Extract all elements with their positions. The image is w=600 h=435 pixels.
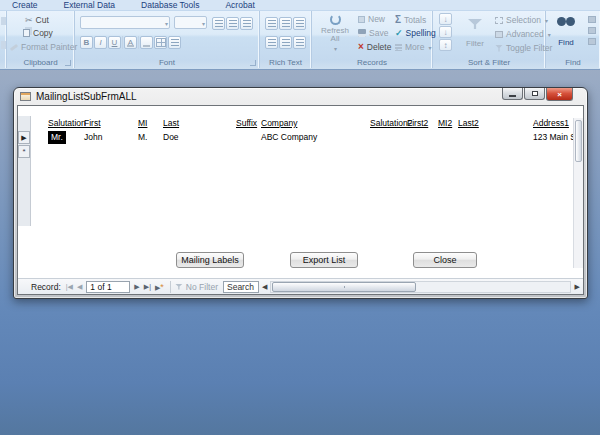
delete-button[interactable]: × Delete ▾ bbox=[358, 42, 398, 52]
search-input[interactable]: Search bbox=[223, 281, 259, 293]
cut-button[interactable]: ✂ Cut bbox=[25, 15, 49, 25]
column-header[interactable]: First bbox=[84, 118, 101, 128]
copy-button[interactable]: Copy bbox=[23, 28, 53, 38]
chevron-down-icon: ▾ bbox=[165, 20, 168, 27]
totals-button[interactable]: Σ Totals bbox=[395, 14, 426, 25]
chevron-down-icon: ▾ bbox=[334, 45, 337, 52]
next-record-button[interactable]: ▶ bbox=[132, 283, 141, 291]
gridlines-button[interactable] bbox=[154, 36, 167, 49]
grid-cell[interactable]: Mr. bbox=[48, 131, 66, 144]
new-record-button[interactable]: New bbox=[358, 14, 385, 24]
previous-record-button[interactable]: ◀ bbox=[75, 283, 84, 291]
grid-row: Mr.JohnM.DoeABC Company123 Main Street bbox=[48, 131, 583, 144]
clear-sort-button[interactable]: ↕ bbox=[439, 39, 452, 51]
grid-cell[interactable]: John bbox=[84, 131, 102, 144]
no-filter-button[interactable]: No Filter bbox=[175, 282, 218, 292]
more-button[interactable]: More ▾ bbox=[395, 42, 431, 52]
last-record-button[interactable]: ▶| bbox=[142, 283, 153, 291]
ribbon-group-rich-text: Rich Text bbox=[260, 11, 312, 68]
column-header[interactable]: First2 bbox=[407, 118, 428, 128]
column-header[interactable]: Salutation bbox=[48, 118, 86, 128]
column-header[interactable]: Last2 bbox=[458, 118, 479, 128]
scroll-right-icon[interactable]: ▶ bbox=[572, 283, 583, 291]
tab-database-tools[interactable]: Database Tools bbox=[141, 0, 199, 10]
tab-create[interactable]: Create bbox=[12, 0, 38, 10]
italic-button[interactable]: I bbox=[94, 36, 107, 49]
align-right-button[interactable] bbox=[240, 17, 253, 30]
grid-cell[interactable]: ABC Company bbox=[261, 131, 317, 144]
dialog-launcher-icon[interactable] bbox=[65, 60, 71, 66]
close-button[interactable]: × bbox=[546, 88, 573, 101]
tab-acrobat[interactable]: Acrobat bbox=[225, 0, 254, 10]
sort-ascending-button[interactable]: ↓ bbox=[439, 13, 452, 25]
copy-icon bbox=[23, 29, 30, 37]
font-color-button[interactable]: A bbox=[124, 36, 137, 49]
record-position-box[interactable]: 1 of 1 bbox=[86, 281, 130, 293]
mailing-labels-button[interactable]: Mailing Labels bbox=[176, 252, 244, 268]
horizontal-scrollbar-thumb[interactable] bbox=[272, 282, 415, 292]
bullets-button[interactable] bbox=[279, 36, 292, 49]
horizontal-scrollbar[interactable] bbox=[270, 281, 570, 293]
grid-cell[interactable]: M. bbox=[138, 131, 147, 144]
vertical-scrollbar-thumb[interactable] bbox=[575, 120, 582, 162]
selection-button[interactable]: Selection ▾ bbox=[495, 15, 548, 25]
spelling-button[interactable]: ✓ Spelling bbox=[395, 28, 436, 38]
numbering-button[interactable] bbox=[265, 36, 278, 49]
bold-button[interactable]: B bbox=[80, 36, 93, 49]
vertical-scrollbar[interactable] bbox=[573, 118, 583, 268]
font-style-buttons: B I U A bbox=[80, 36, 181, 49]
new-record-selector[interactable]: * bbox=[18, 145, 30, 158]
partial-icon bbox=[1, 17, 6, 25]
refresh-all-button[interactable]: Refresh All ▾ bbox=[320, 14, 350, 52]
font-group-label: Font bbox=[75, 58, 259, 67]
underline-button[interactable]: U bbox=[108, 36, 121, 49]
font-size-combo[interactable]: ▾ bbox=[174, 16, 207, 29]
records-group-label: Records bbox=[312, 58, 432, 67]
dialog-launcher-icon[interactable] bbox=[250, 60, 256, 66]
find-extra-buttons bbox=[588, 16, 596, 49]
grid-cell[interactable]: Doe bbox=[163, 131, 179, 144]
column-header[interactable]: MI2 bbox=[438, 118, 452, 128]
decrease-indent-button[interactable] bbox=[265, 17, 278, 30]
paragraph-marks-button[interactable] bbox=[293, 36, 306, 49]
direction-button[interactable] bbox=[293, 17, 306, 30]
align-left-button[interactable] bbox=[212, 17, 225, 30]
current-record-selector[interactable]: ▶ bbox=[18, 131, 30, 144]
cut-label: Cut bbox=[36, 15, 49, 25]
select-icon[interactable] bbox=[588, 38, 596, 45]
tab-external-data[interactable]: External Data bbox=[64, 0, 116, 10]
minimize-button[interactable] bbox=[502, 88, 523, 100]
column-header[interactable]: Suffix bbox=[236, 118, 257, 128]
new-record-asterisk-icon: * bbox=[22, 147, 25, 156]
close-button[interactable]: Close bbox=[413, 252, 477, 268]
replace-icon[interactable] bbox=[588, 16, 596, 23]
first-record-button[interactable]: |◀ bbox=[64, 283, 75, 291]
bullets-icon bbox=[282, 39, 290, 46]
filter-button[interactable]: Filter bbox=[459, 15, 491, 48]
export-list-button[interactable]: Export List bbox=[290, 252, 358, 268]
column-header[interactable]: Address1 bbox=[533, 118, 569, 128]
sort-filter-group-label: Sort & Filter bbox=[433, 58, 545, 67]
sort-descending-button[interactable]: ↓ bbox=[439, 26, 452, 38]
advanced-button[interactable]: Advanced ▾ bbox=[495, 29, 551, 39]
column-header[interactable]: MI bbox=[138, 118, 147, 128]
alternate-fill-button[interactable] bbox=[168, 36, 181, 49]
increase-indent-button[interactable] bbox=[279, 17, 292, 30]
toggle-filter-button[interactable]: Toggle Filter bbox=[495, 43, 552, 53]
scroll-left-icon[interactable]: ◀ bbox=[259, 283, 270, 291]
save-button[interactable]: Save bbox=[358, 28, 388, 38]
find-button[interactable]: Find bbox=[550, 16, 582, 47]
column-header[interactable]: Last bbox=[163, 118, 179, 128]
new-record-button-nav[interactable]: ▶* bbox=[153, 282, 166, 292]
goto-icon[interactable] bbox=[588, 27, 596, 34]
sort-buttons: ↓ ↓ ↕ bbox=[439, 13, 452, 51]
new-label: New bbox=[368, 14, 385, 24]
format-painter-button[interactable]: Format Painter bbox=[10, 42, 77, 52]
restore-button[interactable] bbox=[524, 88, 545, 100]
font-name-combo[interactable]: ▾ bbox=[80, 16, 170, 29]
fill-color-button[interactable] bbox=[140, 36, 153, 49]
spelling-icon: ✓ bbox=[395, 28, 403, 38]
align-center-button[interactable] bbox=[226, 17, 239, 30]
column-header[interactable]: Company bbox=[261, 118, 297, 128]
divider bbox=[138, 36, 139, 49]
